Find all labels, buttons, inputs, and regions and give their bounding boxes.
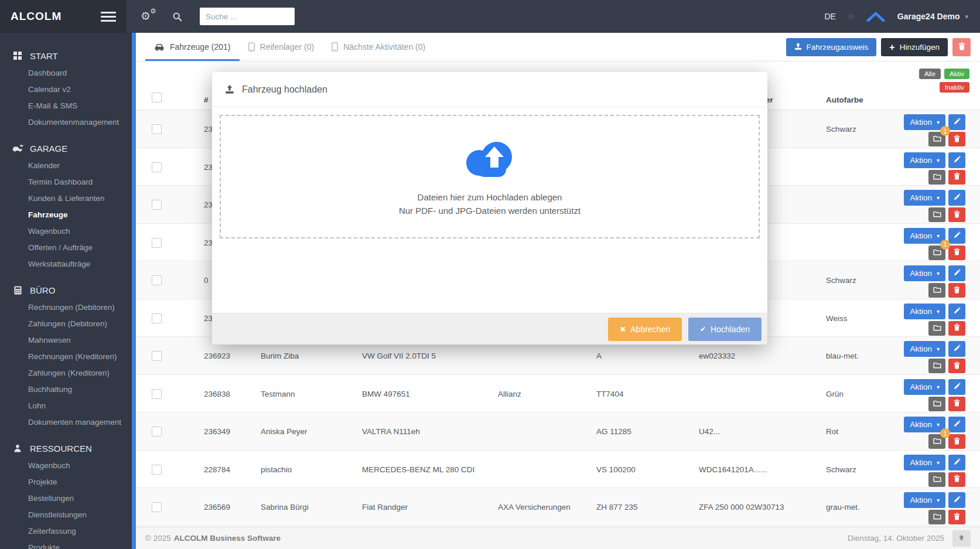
sidebar-item-bestellungen[interactable]: Bestellungen <box>0 490 132 506</box>
hamburger-menu-icon[interactable] <box>101 11 116 22</box>
language-selector[interactable]: DE <box>824 12 835 21</box>
delete-button[interactable] <box>948 510 965 524</box>
row-checkbox[interactable] <box>152 313 162 323</box>
edit-button[interactable] <box>948 152 965 168</box>
upload-button[interactable]: ✔ Hochladen <box>688 318 762 341</box>
folder-button[interactable] <box>928 472 945 487</box>
row-checkbox[interactable] <box>152 351 162 361</box>
sidebar-item-dokumenten-management[interactable]: Dokumenten management <box>0 414 132 430</box>
edit-button[interactable] <box>948 455 965 470</box>
sidebar-item-zahlungen-kreditoren-[interactable]: Zahlungen (Kreditoren) <box>0 364 132 381</box>
column-header-number[interactable]: # <box>204 96 209 104</box>
folder-button[interactable]: 1 <box>928 132 945 146</box>
edit-button[interactable] <box>948 228 965 244</box>
delete-button[interactable] <box>948 170 965 185</box>
sidebar-item-buchhaltung[interactable]: Buchhaltung <box>0 381 132 397</box>
delete-button[interactable] <box>948 132 965 146</box>
row-checkbox[interactable] <box>152 502 162 512</box>
sidebar-item-wagenbuch[interactable]: Wagenbuch <box>0 223 132 239</box>
column-header-autofarbe[interactable]: Autofarbe <box>826 96 863 104</box>
delete-button[interactable] <box>948 359 965 373</box>
select-all-checkbox[interactable] <box>152 93 162 103</box>
sidebar-section-garage[interactable]: GARAGE <box>0 139 132 157</box>
delete-button[interactable] <box>948 283 965 298</box>
sidebar-item-dienstleistungen[interactable]: Dienstleistungen <box>0 506 132 523</box>
sidebar-item-lohn[interactable]: Lohn <box>0 397 132 414</box>
sidebar-item-kunden-lieferanten[interactable]: Kunden & Lieferanten <box>0 190 132 206</box>
sidebar-item-dashboard[interactable]: Dashboard <box>0 64 132 81</box>
delete-button[interactable] <box>948 397 965 411</box>
sidebar-item-projekte[interactable]: Projekte <box>0 473 132 490</box>
aktion-dropdown-button[interactable]: Aktion▾ <box>904 114 945 130</box>
edit-button[interactable] <box>948 492 965 508</box>
row-checkbox[interactable] <box>152 389 162 399</box>
scroll-to-top-button[interactable] <box>952 530 971 547</box>
aktion-dropdown-button[interactable]: Aktion▾ <box>904 492 945 508</box>
edit-button[interactable] <box>948 190 965 206</box>
delete-button[interactable] <box>948 207 965 222</box>
row-checkbox[interactable] <box>152 275 162 285</box>
delete-button[interactable] <box>948 321 965 336</box>
aktion-dropdown-button[interactable]: Aktion▾ <box>904 341 945 357</box>
folder-button[interactable] <box>928 170 945 185</box>
sidebar-item-e-mail-sms[interactable]: E-Mail & SMS <box>0 97 132 114</box>
folder-button[interactable] <box>928 510 945 524</box>
aktion-dropdown-button[interactable]: Aktion▾ <box>904 152 945 168</box>
folder-button[interactable]: 1 <box>928 245 945 260</box>
row-checkbox[interactable] <box>152 238 162 248</box>
folder-button[interactable] <box>928 321 945 336</box>
row-checkbox[interactable] <box>152 200 162 210</box>
sidebar-item-termin-dashboard[interactable]: Termin Dashboard <box>0 173 132 190</box>
sidebar-item-mahnwesen[interactable]: Mahnwesen <box>0 332 132 348</box>
sidebar-item-fahrzeuge[interactable]: Fahrzeuge <box>0 206 132 223</box>
sidebar-section-start[interactable]: START <box>0 47 132 64</box>
sidebar-item-zahlungen-debitoren-[interactable]: Zahlungen (Debitoren) <box>0 315 132 332</box>
filter-alle-badge[interactable]: Alle <box>919 69 941 79</box>
row-checkbox[interactable] <box>152 124 162 134</box>
search-input[interactable] <box>200 8 295 25</box>
sidebar-item-kalender[interactable]: Kalender <box>0 157 132 173</box>
folder-button[interactable] <box>928 397 945 411</box>
aktion-dropdown-button[interactable]: Aktion▾ <box>904 417 945 432</box>
aktion-dropdown-button[interactable]: Aktion▾ <box>904 265 945 281</box>
edit-button[interactable] <box>948 114 965 130</box>
file-dropzone[interactable]: Dateien hier zum Hochladen ablegen Nur P… <box>220 115 760 238</box>
filter-aktiv-badge[interactable]: Aktiv <box>944 69 969 79</box>
tab-naechste-aktivitaeten[interactable]: Nächste Aktivitäten (0) <box>323 33 434 61</box>
sidebar-item-offerten-aufträge[interactable]: Offerten / Aufträge <box>0 239 132 255</box>
aktion-dropdown-button[interactable]: Aktion▾ <box>904 455 945 470</box>
sidebar-item-dokumentenmanagement[interactable]: Dokumentenmanagement <box>0 114 132 130</box>
delete-button[interactable] <box>948 245 965 260</box>
settings-cogs-icon[interactable]: ⚙⚙ <box>141 9 158 24</box>
row-checkbox[interactable] <box>152 427 162 437</box>
aktion-dropdown-button[interactable]: Aktion▾ <box>904 379 945 395</box>
aktion-dropdown-button[interactable]: Aktion▾ <box>904 228 945 244</box>
sidebar-item-zeiterfassung[interactable]: Zeiterfassung <box>0 523 132 539</box>
delete-button[interactable] <box>948 434 965 449</box>
row-checkbox[interactable] <box>152 162 162 172</box>
sidebar-item-rechnungen-debitoren-[interactable]: Rechnungen (Debitoren) <box>0 299 132 315</box>
delete-selected-button[interactable] <box>952 38 971 56</box>
sidebar-section-ressourcen[interactable]: RESSOURCEN <box>0 439 132 457</box>
edit-button[interactable] <box>948 341 965 357</box>
fahrzeugausweis-button[interactable]: Fahrzeugausweis <box>786 38 877 56</box>
edit-button[interactable] <box>948 417 965 432</box>
sidebar-item-werkstattaufträge[interactable]: Werkstattaufträge <box>0 255 132 272</box>
filter-inaktiv-badge[interactable]: Inaktiv <box>940 82 969 93</box>
sidebar-item-rechnungen-kreditoren-[interactable]: Rechnungen (Kreditoren) <box>0 348 132 364</box>
edit-button[interactable] <box>948 379 965 395</box>
edit-button[interactable] <box>948 304 965 319</box>
sidebar-item-calendar-v2[interactable]: Calendar v2 <box>0 81 132 97</box>
aktion-dropdown-button[interactable]: Aktion▾ <box>904 190 945 206</box>
sidebar-item-produkte[interactable]: Produkte <box>0 539 132 549</box>
hinzufuegen-button[interactable]: + Hinzufügen <box>881 38 948 56</box>
search-icon[interactable] <box>172 12 182 22</box>
folder-button[interactable]: 1 <box>928 434 945 449</box>
folder-button[interactable] <box>928 207 945 222</box>
delete-button[interactable] <box>948 472 965 487</box>
account-menu[interactable]: Garage24 Demo ▾ <box>897 12 968 21</box>
aktion-dropdown-button[interactable]: Aktion▾ <box>904 304 945 319</box>
folder-button[interactable] <box>928 359 945 373</box>
notification-dot-icon[interactable] <box>848 13 854 19</box>
sidebar-section-büro[interactable]: BÜRO <box>0 281 132 299</box>
